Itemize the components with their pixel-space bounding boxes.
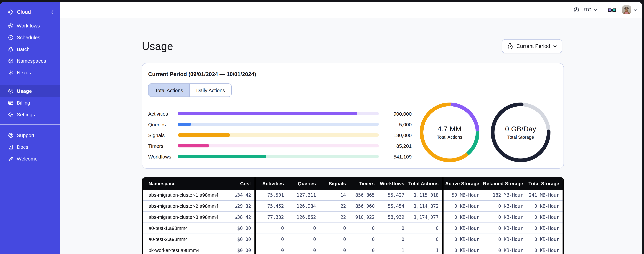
main-area: UTC	[60, 2, 642, 254]
cell-retained-storage: 0 KB-Hour	[482, 223, 526, 234]
cell-queries: 127,211	[287, 190, 319, 200]
cell-workflows: 55,427	[378, 190, 408, 200]
cell-active-storage: 0 KB-Hour	[443, 245, 482, 254]
app-window: Cloud WorkflowsSchedulesBatchNamespacesN…	[0, 2, 642, 254]
sidebar-item-label: Welcome	[17, 156, 38, 162]
sidebar-item-label: Settings	[17, 112, 35, 117]
cell-signals: 14	[319, 190, 349, 200]
bar-label: Activities	[148, 111, 178, 116]
content-scroll-area[interactable]: Usage Current Period Current Period (09/…	[60, 18, 642, 254]
cell-total-storage: 0 KB-Hour	[526, 234, 563, 245]
cell-total-storage: 0 KB-Hour	[526, 212, 563, 223]
labs-toggle-button[interactable]	[608, 7, 616, 12]
cell-signals: 0	[319, 234, 349, 245]
donut-center-value: 4.7 MM	[438, 125, 462, 133]
column-header-cost: Cost	[225, 177, 255, 190]
cell-cost: $38.42	[225, 212, 255, 223]
column-header-workflows: Workflows	[378, 177, 408, 190]
cell-retained-storage: 0 KB-Hour	[482, 234, 526, 245]
cell-retained-storage: 0 KB-Hour	[482, 200, 526, 212]
cell-timers: 0	[349, 234, 378, 245]
support-icon	[8, 132, 14, 138]
cell-total-storage: 0 KB-Hour	[526, 200, 563, 212]
cell-total-actions: 1,115,018	[408, 190, 443, 200]
column-header-signals: Signals	[319, 177, 349, 190]
cell-activities: 0	[255, 245, 287, 254]
namespace-link[interactable]: abs-migration-cluster-3.a98mm4	[148, 214, 218, 220]
cell-workflows: 0	[378, 234, 408, 245]
sidebar-sections: WorkflowsSchedulesBatchNamespacesNexusUs…	[0, 16, 60, 164]
table-header-row: NamespaceCostActivitiesQueriesSignalsTim…	[143, 177, 562, 190]
sidebar-item-welcome[interactable]: Welcome	[0, 153, 60, 164]
column-header-active-storage: Active Storage	[443, 177, 482, 190]
actions-tabs: Total ActionsDaily Actions	[148, 84, 232, 97]
timezone-selector[interactable]: UTC	[574, 7, 597, 12]
bar-value: 5,000	[379, 122, 412, 127]
nexus-icon	[8, 70, 14, 76]
sidebar-item-label: Support	[17, 132, 34, 138]
sidebar-collapse-button[interactable]	[49, 9, 55, 15]
bar-fill	[178, 112, 357, 115]
sidebar-item-docs[interactable]: Docs	[0, 141, 60, 153]
cell-signals: 0	[319, 245, 349, 254]
tab-total-actions[interactable]: Total Actions	[148, 84, 190, 96]
sidebar-item-label: Workflows	[17, 23, 40, 28]
chevron-down-icon	[553, 45, 557, 48]
namespace-link[interactable]: abs-migration-cluster-2.a98mm4	[148, 204, 218, 209]
clock-icon	[574, 7, 579, 12]
sidebar-item-support[interactable]: Support	[0, 129, 60, 141]
namespace-link[interactable]: a0-test-1.a98mm4	[148, 226, 188, 231]
bar-fill	[178, 133, 230, 137]
sidebar-brand: Cloud	[0, 8, 60, 16]
namespace-link[interactable]: bk-worker-test.a98mm4	[148, 248, 200, 253]
workflows-icon	[8, 22, 14, 29]
bar-value: 85,201	[379, 143, 412, 148]
total-storage-donut: 0 GB/DayTotal Storage	[491, 102, 550, 162]
table-row: abs-migration-cluster-1.a98mm4$34.4275,5…	[143, 190, 562, 200]
glasses-icon	[608, 7, 616, 12]
bar-fill	[178, 155, 266, 158]
bar-value: 900,000	[379, 111, 412, 116]
sidebar-item-label: Nexus	[17, 70, 31, 76]
cell-active-storage: 0 KB-Hour	[443, 212, 482, 223]
bar-row-queries: Queries5,000	[148, 119, 412, 130]
sidebar-item-label: Docs	[17, 144, 28, 150]
bar-row-timers: Timers85,201	[148, 140, 412, 151]
cell-total-actions: 1,114,872	[408, 200, 443, 212]
sidebar-item-label: Batch	[17, 46, 30, 52]
sidebar-item-schedules[interactable]: Schedules	[0, 32, 60, 43]
sidebar: Cloud WorkflowsSchedulesBatchNamespacesN…	[0, 2, 60, 254]
bar-track	[178, 123, 379, 126]
bar-value: 541,109	[379, 154, 412, 159]
namespaces-icon	[8, 58, 14, 64]
sidebar-item-label: Billing	[17, 100, 30, 106]
sidebar-item-label: Schedules	[17, 34, 40, 40]
cell-retained-storage: 0 KB-Hour	[482, 212, 526, 223]
namespace-link[interactable]: a0-test-2.a98mm4	[148, 236, 188, 242]
sidebar-item-nexus[interactable]: Nexus	[0, 67, 60, 78]
stopwatch-icon	[507, 43, 513, 50]
bar-row-activities: Activities900,000	[148, 108, 412, 119]
column-header-total-actions: Total Actions	[408, 177, 443, 190]
user-menu-chevron[interactable]	[633, 8, 637, 11]
cell-queries: 126,984	[287, 200, 319, 212]
sidebar-item-workflows[interactable]: Workflows	[0, 20, 60, 32]
tab-daily-actions[interactable]: Daily Actions	[190, 84, 231, 96]
sidebar-item-usage[interactable]: Usage	[0, 85, 60, 97]
sidebar-item-batch[interactable]: Batch	[0, 43, 60, 55]
cell-retained-storage: 182 MB-Hour	[482, 190, 526, 200]
cell-workflows: 55,454	[378, 200, 408, 212]
topbar: UTC	[60, 2, 642, 18]
billing-icon	[8, 100, 14, 106]
user-menu[interactable]	[622, 5, 631, 14]
cell-cost: $34.42	[225, 190, 255, 200]
period-selector-button[interactable]: Current Period	[502, 39, 562, 53]
brand-label: Cloud	[17, 9, 46, 15]
sidebar-item-settings[interactable]: Settings	[0, 108, 60, 120]
bar-label: Queries	[148, 122, 178, 127]
sidebar-item-billing[interactable]: Billing	[0, 97, 60, 108]
cell-retained-storage: 0 KB-Hour	[482, 245, 526, 254]
bar-label: Signals	[148, 132, 178, 138]
sidebar-item-namespaces[interactable]: Namespaces	[0, 55, 60, 67]
namespace-link[interactable]: abs-migration-cluster-1.a98mm4	[148, 192, 218, 198]
